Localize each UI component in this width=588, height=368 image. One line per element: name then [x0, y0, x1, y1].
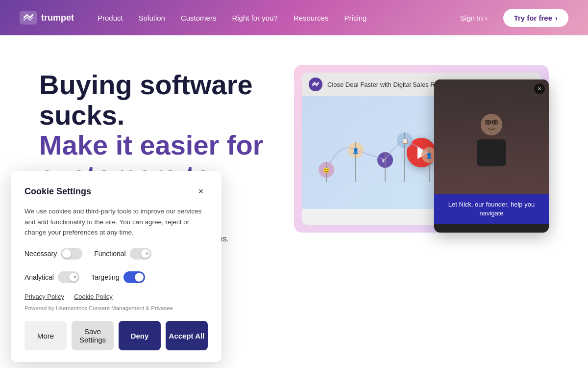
cookie-header: Cookie Settings ×	[24, 184, 208, 198]
svg-text:📋: 📋	[402, 137, 409, 144]
necessary-knob	[62, 249, 71, 258]
diagram-svg: 😊 👤 in 📋 👤	[312, 111, 439, 199]
cookie-title: Cookie Settings	[24, 186, 91, 197]
analytical-x-icon: ✕	[73, 275, 77, 280]
sign-in-arrow: ›	[485, 14, 488, 22]
cookie-links: Privacy Policy Cookie Policy	[24, 293, 208, 300]
cookie-description: We use cookies and third-party tools to …	[24, 206, 208, 238]
necessary-label: Necessary	[24, 250, 57, 258]
targeting-toggle-group: Targeting	[91, 271, 145, 283]
small-video-person	[434, 79, 549, 194]
nav-resources[interactable]: Resources	[294, 14, 329, 22]
svg-text:😊: 😊	[323, 167, 330, 174]
sign-in-button[interactable]: Sign In ›	[460, 14, 488, 22]
sign-in-label: Sign In	[460, 14, 483, 22]
svg-text:in: in	[382, 158, 386, 163]
svg-point-15	[481, 114, 502, 135]
try-arrow: ›	[555, 14, 558, 22]
cookie-policy-link[interactable]: Cookie Policy	[74, 293, 113, 300]
logo[interactable]: trumpet	[20, 11, 74, 25]
small-video-caption: Let Nick, our founder, help you navigate	[434, 194, 549, 224]
hero-title-line3: Make it easier for	[39, 130, 265, 160]
functional-toggle-group: Functional ✕	[94, 248, 151, 260]
svg-text:👤: 👤	[426, 152, 433, 159]
accept-all-button[interactable]: Accept All	[166, 321, 208, 350]
logo-icon	[20, 11, 37, 25]
hero-title-line2: sucks.	[39, 100, 265, 131]
cookie-toggles: Necessary Functional ✕ Analytical ✕	[24, 248, 208, 283]
nav-right-for-you[interactable]: Right for you?	[232, 14, 277, 22]
targeting-knob	[135, 273, 144, 282]
privacy-policy-link[interactable]: Privacy Policy	[24, 293, 64, 300]
analytical-label: Analytical	[24, 273, 54, 281]
logo-text: trumpet	[41, 13, 74, 23]
svg-rect-16	[477, 139, 506, 166]
necessary-toggle-group: Necessary	[24, 248, 82, 260]
save-settings-button[interactable]: Save Settings	[72, 321, 114, 350]
svg-text:👤: 👤	[352, 147, 359, 154]
hero-video-container: Close Deal Faster with Digital Sales Roo…	[294, 65, 549, 233]
cookie-modal: Cookie Settings × We use cookies and thi…	[11, 171, 221, 362]
try-label: Try for free	[514, 14, 552, 22]
nav-solution[interactable]: Solution	[139, 14, 165, 22]
deny-button[interactable]: Deny	[119, 321, 161, 350]
targeting-toggle[interactable]	[123, 271, 145, 283]
video-logo-circle	[309, 78, 322, 91]
nav-product[interactable]: Product	[98, 14, 123, 22]
analytical-toggle[interactable]: ✕	[58, 271, 79, 283]
powered-by-text: Powered by Usercentrics Consent Manageme…	[24, 305, 208, 311]
more-button[interactable]: More	[24, 321, 67, 350]
svg-point-17	[487, 121, 490, 124]
small-video-close-button[interactable]: ×	[534, 83, 545, 94]
navigation-bar: trumpet Product Solution Customers Right…	[0, 0, 588, 35]
functional-x-icon: ✕	[145, 251, 149, 256]
hero-title-line1: Buying software	[39, 70, 265, 100]
functional-label: Functional	[94, 250, 126, 258]
small-video-caption-text: Let Nick, our founder, help you navigate	[440, 200, 543, 218]
nav-customers[interactable]: Customers	[181, 14, 217, 22]
cookie-close-button[interactable]: ×	[194, 184, 208, 198]
targeting-label: Targeting	[91, 273, 120, 281]
small-video-overlay: × Let Nick, our founder, help you	[434, 79, 549, 233]
cookie-action-buttons: More Save Settings Deny Accept All	[24, 321, 208, 350]
try-for-free-button[interactable]: Try for free ›	[503, 9, 568, 27]
necessary-toggle[interactable]	[61, 248, 82, 260]
nav-pricing[interactable]: Pricing	[344, 14, 367, 22]
analytical-toggle-group: Analytical ✕	[24, 271, 79, 283]
svg-point-18	[493, 121, 496, 124]
functional-toggle[interactable]: ✕	[130, 248, 151, 260]
